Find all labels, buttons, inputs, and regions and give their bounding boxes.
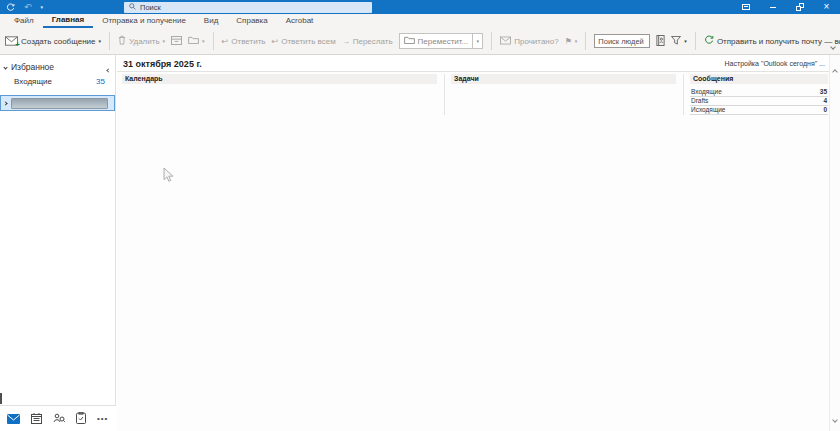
divider [683, 74, 684, 115]
move-folder-icon [404, 36, 415, 46]
filter-funnel-icon [671, 36, 681, 47]
quick-access-toolbar: ↶ ▾ [6, 0, 43, 14]
mouse-cursor [163, 167, 174, 187]
folder-pane-scrollbar-thumb[interactable] [0, 393, 2, 404]
ribbon-commands: + Создать сообщение ▾ Удалить ▾ ▾ ↩ [0, 28, 840, 55]
message-folder-row[interactable]: Входящие 35 [690, 88, 828, 97]
chevron-down-icon: ▾ [575, 39, 578, 44]
mail-nav-button[interactable] [7, 410, 20, 428]
tab-file[interactable]: Файл [5, 14, 43, 28]
calendar-section: Календарь [122, 74, 437, 84]
restore-button[interactable] [786, 0, 813, 14]
ribbon-display-options-icon [742, 4, 750, 10]
folder-link[interactable]: Исходящие [691, 106, 725, 114]
more-nav-button[interactable]: ••• [97, 414, 108, 423]
folder-link[interactable]: Drafts [691, 97, 708, 105]
close-icon: × [824, 2, 830, 12]
mail-icon [7, 410, 20, 427]
sync-icon [704, 35, 714, 47]
rules-folder-button[interactable]: ▾ [188, 36, 205, 46]
minimize-button[interactable] [759, 0, 786, 14]
undo-icon[interactable]: ↶ [24, 0, 32, 14]
tasks-icon [76, 410, 86, 427]
new-email-icon: + [5, 36, 18, 46]
send-receive-all-button[interactable]: Отправить и получить почту — все папки [704, 35, 840, 47]
folder-link[interactable]: Входящие [691, 88, 722, 96]
folder-count: 0 [823, 106, 827, 114]
people-nav-button[interactable] [53, 410, 65, 428]
calendar-nav-button[interactable] [31, 410, 42, 428]
tab-view[interactable]: Вид [195, 14, 227, 28]
messages-section: Сообщения Входящие 35 Drafts 4 Исходящие… [690, 74, 828, 115]
divider [109, 32, 110, 50]
divider [444, 74, 445, 115]
tab-help[interactable]: Справка [227, 14, 276, 28]
scroll-down-arrow[interactable] [833, 408, 837, 426]
archive-icon [171, 36, 182, 47]
calendar-section-header: Календарь [122, 74, 437, 84]
search-people-input[interactable] [594, 34, 650, 48]
chevron-down-icon [830, 44, 836, 50]
ellipsis-icon: ••• [97, 414, 108, 423]
chevron-down-icon [832, 417, 838, 423]
address-book-icon [656, 35, 665, 48]
filter-email-button[interactable]: ▾ [671, 36, 687, 47]
tab-home[interactable]: Главная [43, 14, 94, 28]
folder-count: 4 [823, 97, 827, 105]
chevron-right-icon [3, 101, 7, 105]
collapse-ribbon-button[interactable] [831, 42, 835, 51]
move-dropdown-button[interactable]: ▾ [472, 33, 482, 49]
chevron-down-icon: ▾ [98, 39, 101, 44]
favorites-header[interactable]: Избранное [4, 62, 54, 72]
inbox-unread-count: 35 [96, 77, 105, 86]
address-book-button[interactable] [656, 35, 665, 48]
reply-button[interactable]: ↩ Ответить [222, 37, 266, 46]
message-folder-row[interactable]: Исходящие 0 [690, 106, 828, 115]
close-button[interactable]: × [813, 0, 840, 14]
message-folder-row[interactable]: Drafts 4 [690, 97, 828, 106]
restore-icon [796, 3, 804, 11]
search-input[interactable]: Поиск [124, 2, 372, 13]
main-scrollbar[interactable] [829, 55, 840, 431]
inbox-label: Входящие [14, 77, 52, 86]
forward-button[interactable]: → Переслать [342, 37, 393, 46]
archive-button[interactable] [171, 36, 182, 47]
today-date: 31 октября 2025 г. [123, 59, 202, 69]
minimize-folder-pane-button[interactable] [107, 58, 110, 76]
reply-icon: ↩ [222, 37, 229, 46]
chevron-down-icon: ▾ [476, 39, 479, 44]
sidebar-item-account[interactable] [0, 95, 115, 111]
move-split-button[interactable]: Переместит... ▾ [399, 33, 484, 49]
chevron-down-icon: ▾ [684, 39, 687, 44]
scroll-up-arrow[interactable] [833, 60, 837, 78]
account-name-redacted [11, 98, 108, 109]
tab-acrobat[interactable]: Acrobat [277, 14, 323, 28]
sidebar-item-inbox[interactable]: Входящие 35 [14, 77, 105, 86]
outlook-window: ↶ ▾ Поиск × Файл Главная Отправка и полу… [0, 0, 840, 431]
forward-icon: → [342, 37, 350, 46]
calendar-icon [31, 410, 42, 427]
flag-icon: ⚑ [565, 37, 572, 46]
read-unread-button[interactable]: Прочитано? [500, 36, 558, 47]
folder-icon [188, 36, 199, 46]
folder-pane: Избранное Входящие 35 [0, 55, 116, 405]
follow-up-flag-button[interactable]: ⚑ ▾ [565, 37, 578, 46]
new-email-button[interactable]: + Создать сообщение ▾ [5, 36, 101, 46]
divider [491, 32, 492, 50]
search-placeholder: Поиск [140, 3, 161, 12]
customize-outlook-today-link[interactable]: Настройка "Outlook сегодня" ... [725, 60, 826, 67]
window-controls: × [732, 0, 840, 14]
divider [695, 32, 696, 50]
search-icon [129, 3, 136, 12]
ribbon-display-options-button[interactable] [732, 0, 759, 14]
people-search-icon [53, 410, 65, 427]
chevron-left-icon [106, 68, 110, 72]
customize-qat-icon[interactable]: ▾ [41, 0, 44, 14]
tasks-nav-button[interactable] [76, 410, 86, 428]
trash-icon [118, 35, 126, 47]
reply-all-button[interactable]: ↩ Ответить всем [271, 37, 335, 46]
delete-button[interactable]: Удалить ▾ [118, 35, 165, 47]
tab-send-receive[interactable]: Отправка и получение [93, 14, 195, 28]
title-bar: ↶ ▾ Поиск × [0, 0, 840, 14]
ribbon-tabs: Файл Главная Отправка и получение Вид Сп… [0, 14, 840, 28]
